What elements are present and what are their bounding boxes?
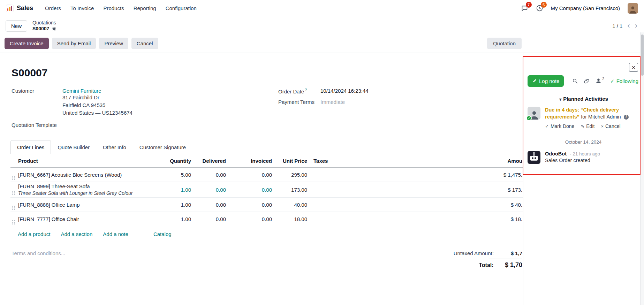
unit-price-cell[interactable]: 173.00 <box>272 185 307 194</box>
attachment-paperclip-icon[interactable] <box>584 78 590 84</box>
drag-handle-icon[interactable] <box>12 206 13 207</box>
breadcrumb-quotations[interactable]: Quotations <box>32 20 56 26</box>
menu-products[interactable]: Products <box>103 5 124 11</box>
cancel-button[interactable]: Cancel <box>131 38 158 49</box>
add-section-link[interactable]: Add a section <box>61 231 92 237</box>
new-button[interactable]: New <box>6 20 27 32</box>
total-label: Total: <box>479 262 493 268</box>
app-brand[interactable]: Sales <box>17 5 33 12</box>
preview-button[interactable]: Preview <box>99 38 128 49</box>
quantity-cell[interactable]: 1.00 <box>149 185 191 194</box>
edit-activity-button[interactable]: ✎ Edit <box>581 123 594 130</box>
drag-handle-icon[interactable] <box>12 220 13 221</box>
menu-orders[interactable]: Orders <box>45 5 61 11</box>
product-name[interactable]: [FURN_7777] Office Chair <box>18 215 149 223</box>
activity-assignee: for Mitchell Admin <box>581 114 621 120</box>
help-icon[interactable]: ? <box>305 88 307 92</box>
create-invoice-button[interactable]: Create Invoice <box>5 38 49 49</box>
header-product[interactable]: Product <box>18 157 149 165</box>
pager-next-icon[interactable]: › <box>635 22 637 30</box>
product-name[interactable]: [FURN_8888] Office Lamp <box>18 200 149 209</box>
quotation-template-label: Quotation Template <box>12 122 278 128</box>
menu-reporting[interactable]: Reporting <box>134 5 156 11</box>
table-row[interactable]: [FURN_7777] Office Chair 1.00 0.00 0.00 … <box>10 212 523 226</box>
invoiced-cell[interactable]: 0.00 <box>226 200 272 209</box>
unit-price-cell[interactable]: 40.00 <box>272 200 307 209</box>
unit-price-cell[interactable]: 18.00 <box>272 215 307 223</box>
invoiced-cell[interactable]: 0.00 <box>226 170 272 179</box>
delivered-cell[interactable]: 0.00 <box>191 170 226 179</box>
header-quantity[interactable]: Quantity <box>149 157 191 165</box>
planned-activities-header[interactable]: ▾Planned Activities <box>523 96 644 102</box>
order-date-value[interactable]: 10/14/2024 16:23:44 <box>320 88 369 94</box>
status-quotation-button[interactable]: Quotation <box>487 38 522 49</box>
quantity-cell[interactable]: 5.00 <box>149 170 191 179</box>
invoiced-cell[interactable]: 0.00 <box>226 215 272 223</box>
pager-previous-icon[interactable]: ‹ <box>627 22 630 30</box>
delivered-cell[interactable]: 0.00 <box>191 185 226 194</box>
header-delivered[interactable]: Delivered <box>191 157 226 165</box>
table-row[interactable]: [FURN_8999] Three-Seat Sofa Three Seater… <box>10 182 523 198</box>
log-note-button[interactable]: Log note <box>528 75 564 87</box>
table-row[interactable]: [FURN_8888] Office Lamp 1.00 0.00 0.00 4… <box>10 198 523 212</box>
field-area: Customer Gemini Furniture 317 Fairchild … <box>0 88 523 128</box>
activities-menu-button[interactable]: 5 <box>536 5 543 12</box>
terms-and-conditions-input[interactable]: Terms and conditions... <box>12 250 65 270</box>
close-icon: × <box>632 64 635 70</box>
page-title: S00007 <box>12 67 523 79</box>
send-by-email-button[interactable]: Send by Email <box>52 38 96 49</box>
product-name[interactable]: [FURN_6667] Acoustic Bloc Screens (Wood) <box>18 170 149 179</box>
quantity-cell[interactable]: 1.00 <box>149 200 191 209</box>
drag-handle-icon[interactable] <box>12 176 13 177</box>
header-unit-price[interactable]: Unit Price <box>272 157 307 165</box>
cancel-activity-button[interactable]: × Cancel <box>601 123 620 130</box>
menu-to-invoice[interactable]: To Invoice <box>70 5 94 11</box>
header-invoiced[interactable]: Invoiced <box>226 157 272 165</box>
taxes-cell[interactable] <box>307 203 356 206</box>
gear-icon[interactable] <box>52 26 56 31</box>
header-amount[interactable]: Amou <box>356 157 523 165</box>
drag-handle-icon[interactable] <box>12 191 13 192</box>
menu-configuration[interactable]: Configuration <box>166 5 197 11</box>
catalog-link[interactable]: Catalog <box>153 231 172 237</box>
company-switcher[interactable]: My Company (San Francisco) <box>551 5 620 11</box>
mark-done-button[interactable]: ✓ Mark Done <box>545 123 574 130</box>
following-button[interactable]: ✓ Following <box>610 78 638 84</box>
tab-quote-builder[interactable]: Quote Builder <box>51 140 96 154</box>
product-description[interactable]: Three Seater Sofa with Lounger in Steel … <box>18 190 149 196</box>
vertical-scrollbar[interactable] <box>640 32 644 305</box>
unit-price-cell[interactable]: 295.00 <box>272 170 307 179</box>
invoiced-cell[interactable]: 0.00 <box>226 185 272 194</box>
scrollbar-thumb[interactable] <box>641 35 644 76</box>
info-icon[interactable]: i <box>624 115 629 120</box>
customer-value: Gemini Furniture 317 Fairchild Dr Fairfi… <box>62 88 132 116</box>
odoobot-avatar[interactable] <box>528 151 540 164</box>
notebook-tabs: Order Lines Quote Builder Other Info Cus… <box>10 140 523 154</box>
delivered-cell[interactable]: 0.00 <box>191 200 226 209</box>
activity-assignee-avatar[interactable]: ✓ <box>528 107 540 120</box>
messages-menu-button[interactable]: 7 <box>521 5 528 12</box>
followers-icon[interactable]: 2 <box>596 78 604 84</box>
close-chatter-button[interactable]: × <box>629 63 638 72</box>
taxes-cell[interactable] <box>307 218 356 220</box>
user-avatar[interactable] <box>628 3 638 14</box>
tab-customer-signature[interactable]: Customer Signature <box>133 140 192 154</box>
taxes-cell[interactable] <box>307 173 356 176</box>
message-author[interactable]: OdooBot <box>545 151 567 157</box>
header-taxes[interactable]: Taxes <box>307 157 356 165</box>
delivered-cell[interactable]: 0.00 <box>191 215 226 223</box>
taxes-cell[interactable] <box>307 188 356 191</box>
payment-terms-value[interactable]: Immediate <box>320 99 345 105</box>
amount-cell: $ 18. <box>356 215 523 223</box>
quantity-cell[interactable]: 1.00 <box>149 215 191 223</box>
check-icon: ✓ <box>610 78 615 84</box>
customer-link[interactable]: Gemini Furniture <box>62 88 101 94</box>
add-note-link[interactable]: Add a note <box>103 231 128 237</box>
sales-app-icon[interactable] <box>6 5 14 12</box>
tab-other-info[interactable]: Other Info <box>96 140 133 154</box>
table-row[interactable]: [FURN_6667] Acoustic Bloc Screens (Wood)… <box>10 168 523 182</box>
tab-order-lines[interactable]: Order Lines <box>10 140 51 154</box>
search-messages-icon[interactable] <box>572 78 578 84</box>
add-product-link[interactable]: Add a product <box>18 231 50 237</box>
product-name[interactable]: [FURN_8999] Three-Seat Sofa <box>18 183 149 189</box>
